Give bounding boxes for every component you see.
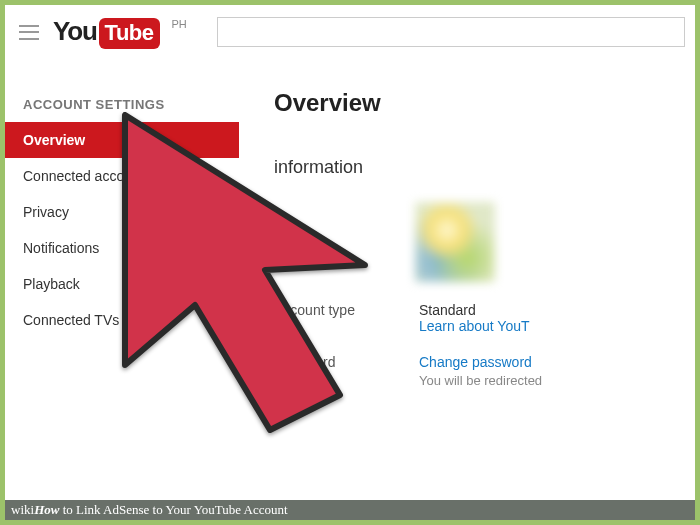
menu-icon[interactable] <box>19 25 39 40</box>
avatar <box>415 202 495 282</box>
logo-text-tube: Tube <box>99 18 160 49</box>
field-account-type: Account type Standard Learn about YouT <box>274 302 695 334</box>
sidebar: ACCOUNT SETTINGS Overview Connected acco… <box>5 59 239 408</box>
sidebar-item-connected-tvs[interactable]: Connected TVs <box>5 302 239 338</box>
password-label: Password <box>274 354 419 388</box>
password-hint: You will be redirected <box>419 373 542 388</box>
learn-about-youtube-link[interactable]: Learn about YouT <box>419 318 530 334</box>
main-content: Overview information Account type Standa… <box>239 59 695 408</box>
search-input[interactable] <box>217 17 685 47</box>
field-password: Password Change password You will be red… <box>274 354 695 388</box>
youtube-logo[interactable]: You Tube <box>53 16 160 49</box>
sidebar-item-notifications[interactable]: Notifications <box>5 230 239 266</box>
field-name <box>274 202 695 282</box>
search-container <box>217 17 685 47</box>
caption-how: How <box>34 502 59 517</box>
app-header: You Tube PH <box>5 5 695 59</box>
page-title: Overview <box>274 89 695 117</box>
sidebar-item-privacy[interactable]: Privacy <box>5 194 239 230</box>
change-password-link[interactable]: Change password <box>419 354 542 370</box>
sidebar-item-overview[interactable]: Overview <box>5 122 239 158</box>
sidebar-item-playback[interactable]: Playback <box>5 266 239 302</box>
caption-tail: to Link AdSense to Your YouTube Account <box>59 502 287 517</box>
logo-text-you: You <box>53 16 97 47</box>
account-type-value: Standard <box>419 302 530 318</box>
sidebar-item-connected-accounts[interactable]: Connected accounts <box>5 158 239 194</box>
section-title: information <box>274 157 695 178</box>
caption-wiki: wiki <box>11 502 34 517</box>
country-code: PH <box>172 18 187 30</box>
account-type-label: Account type <box>274 302 419 334</box>
field-name-label <box>274 202 419 282</box>
sidebar-heading: ACCOUNT SETTINGS <box>5 97 239 122</box>
caption-bar: wikiHow to Link AdSense to Your YouTube … <box>5 500 695 520</box>
caption-brand: wikiHow to Link AdSense to Your YouTube … <box>11 502 288 518</box>
